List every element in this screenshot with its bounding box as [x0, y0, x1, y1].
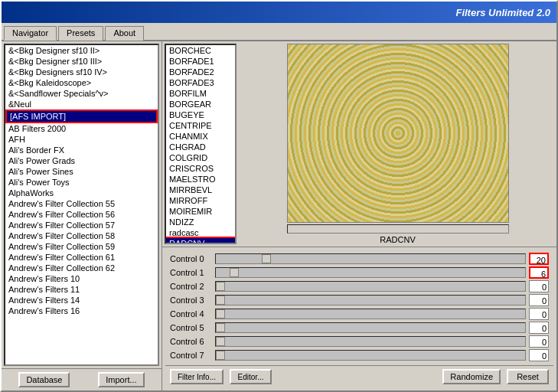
category-list-item[interactable]: Ali's Power Grads — [5, 155, 158, 166]
tab-about[interactable]: About — [105, 26, 144, 41]
control-value-5[interactable]: 0 — [529, 322, 549, 334]
category-list-item[interactable]: &<Bkg Designer sf10 III> — [5, 56, 158, 67]
filter-list-item[interactable]: BORFADE1 — [166, 56, 235, 67]
filter-list-item[interactable]: MOIREMIR — [166, 206, 235, 217]
filter-list-item[interactable]: radcasc — [166, 227, 235, 238]
control-label-3: Control 3 — [170, 296, 212, 305]
control-label-4: Control 4 — [170, 309, 212, 318]
tab-presets[interactable]: Presets — [58, 26, 103, 41]
bottom-buttons: Filter Info... Editor... Randomize Reset — [165, 365, 553, 387]
left-panel: &<Bkg Designer sf10 II>&<Bkg Designer sf… — [2, 41, 162, 390]
control-label-0: Control 0 — [170, 254, 212, 263]
category-list-item[interactable]: AlphaWorks — [5, 188, 158, 198]
main-window: Filters Unlimited 2.0 Navigator Presets … — [0, 0, 558, 392]
control-value-7[interactable]: 0 — [529, 349, 549, 361]
controls-grid: Control 020Control 16Control 20Control 3… — [165, 250, 553, 364]
category-list-item[interactable]: AFH — [5, 134, 158, 145]
right-top: BORCHECBORFADE1BORFADE2BORFADE3BORFILMBO… — [162, 41, 556, 247]
control-slider-1[interactable] — [215, 267, 526, 278]
control-value-4[interactable]: 0 — [529, 308, 549, 320]
control-label-5: Control 5 — [170, 323, 212, 332]
reset-button[interactable]: Reset — [507, 369, 549, 384]
filter-list-item[interactable]: CENTRIPE — [166, 120, 235, 131]
control-slider-6[interactable] — [215, 336, 526, 347]
filter-info-button[interactable]: Filter Info... — [170, 369, 224, 384]
control-label-1: Control 1 — [170, 268, 212, 277]
tab-navigator[interactable]: Navigator — [4, 26, 57, 41]
control-label-6: Control 6 — [170, 337, 212, 346]
filter-list-item[interactable]: MIRRBEVL — [166, 185, 235, 195]
filter-list-item[interactable]: CRISCROS — [166, 163, 235, 174]
filter-list-item[interactable]: NDIZZ — [166, 217, 235, 227]
filter-list-item[interactable]: BORFILM — [166, 88, 235, 99]
control-value-2[interactable]: 0 — [529, 280, 549, 292]
preview-label: RADCNV — [380, 235, 415, 244]
right-panel: BORCHECBORFADE1BORFADE2BORFADE3BORFILMBO… — [162, 41, 556, 390]
category-list-item[interactable]: Andrew's Filter Collection 58 — [5, 230, 158, 241]
category-list-item[interactable]: &<Bkg Kaleidoscope> — [5, 77, 158, 88]
tab-bar: Navigator Presets About — [2, 23, 556, 41]
control-label-7: Control 7 — [170, 351, 212, 360]
category-list-item[interactable]: Andrew's Filters 14 — [5, 295, 158, 305]
left-buttons: Database Import... — [2, 368, 162, 390]
filter-list-container: BORCHECBORFADE1BORFADE2BORFADE3BORFILMBO… — [162, 41, 239, 247]
filter-list-item[interactable]: MAELSTRO — [166, 174, 235, 185]
category-list-item[interactable]: &<Sandflower Specials^v> — [5, 88, 158, 99]
control-value-3[interactable]: 0 — [529, 294, 549, 306]
category-list-item[interactable]: &<Bkg Designers sf10 IV> — [5, 67, 158, 77]
category-list-item[interactable]: Ali's Power Sines — [5, 166, 158, 177]
control-slider-7[interactable] — [215, 350, 526, 361]
filter-list-item[interactable]: BORFADE3 — [166, 77, 235, 88]
control-value-0[interactable]: 20 — [529, 253, 549, 265]
category-list-item[interactable]: Andrew's Filter Collection 61 — [5, 252, 158, 263]
category-list-item[interactable]: Andrew's Filter Collection 55 — [5, 198, 158, 209]
category-list-item[interactable]: &Neul — [5, 99, 158, 109]
control-label-2: Control 2 — [170, 282, 212, 291]
database-button[interactable]: Database — [18, 372, 70, 387]
randomize-button[interactable]: Randomize — [442, 369, 501, 384]
control-value-1[interactable]: 6 — [529, 266, 549, 279]
category-list-item[interactable]: Ali's Border FX — [5, 145, 158, 155]
title-bar: Filters Unlimited 2.0 — [2, 2, 556, 23]
filter-list[interactable]: BORCHECBORFADE1BORFADE2BORFADE3BORFILMBO… — [165, 44, 237, 244]
filter-list-item[interactable]: RADCNV — [166, 238, 235, 244]
category-list-item[interactable]: AB Filters 2000 — [5, 123, 158, 134]
control-slider-5[interactable] — [215, 322, 526, 333]
filter-list-item[interactable]: MIRROFF — [166, 195, 235, 206]
category-list-item[interactable]: Andrew's Filter Collection 59 — [5, 241, 158, 252]
category-list-item[interactable]: Andrew's Filter Collection 57 — [5, 220, 158, 230]
controls-area: Control 020Control 16Control 20Control 3… — [162, 247, 556, 390]
filter-list-item[interactable]: BORFADE2 — [166, 67, 235, 77]
control-slider-2[interactable] — [215, 281, 526, 292]
control-value-6[interactable]: 0 — [529, 335, 549, 348]
category-list[interactable]: &<Bkg Designer sf10 II>&<Bkg Designer sf… — [4, 44, 159, 366]
control-slider-4[interactable] — [215, 309, 526, 319]
category-list-container: &<Bkg Designer sf10 II>&<Bkg Designer sf… — [2, 41, 162, 368]
control-slider-3[interactable] — [215, 295, 526, 305]
category-list-item[interactable]: &<Bkg Designer sf10 II> — [5, 45, 158, 56]
filter-list-item[interactable]: BORGEAR — [166, 99, 235, 109]
category-list-item[interactable]: Ali's Power Toys — [5, 177, 158, 188]
filter-list-item[interactable]: CHANMIX — [166, 131, 235, 142]
filter-list-item[interactable]: BORCHEC — [166, 45, 235, 56]
preview-scrollbar[interactable] — [287, 224, 509, 234]
radial-pattern — [288, 44, 508, 222]
category-list-item[interactable]: Andrew's Filter Collection 62 — [5, 263, 158, 273]
category-list-item[interactable]: Andrew's Filter Collection 56 — [5, 209, 158, 220]
category-list-item[interactable]: [AFS IMPORT] — [5, 109, 158, 123]
import-button[interactable]: Import... — [98, 372, 144, 387]
filter-list-item[interactable]: CHGRAD — [166, 142, 235, 152]
editor-button[interactable]: Editor... — [230, 369, 272, 384]
filter-list-item[interactable]: BUGEYE — [166, 109, 235, 120]
category-list-item[interactable]: Andrew's Filters 11 — [5, 284, 158, 295]
content-area: &<Bkg Designer sf10 II>&<Bkg Designer sf… — [2, 41, 556, 390]
category-list-item[interactable]: Andrew's Filters 16 — [5, 305, 158, 316]
title-text: Filters Unlimited 2.0 — [455, 7, 550, 18]
preview-canvas — [287, 44, 509, 223]
filter-list-item[interactable]: COLGRID — [166, 152, 235, 163]
preview-area: RADCNV — [239, 41, 556, 247]
control-slider-0[interactable] — [215, 253, 526, 264]
category-list-item[interactable]: Andrew's Filters 10 — [5, 273, 158, 284]
